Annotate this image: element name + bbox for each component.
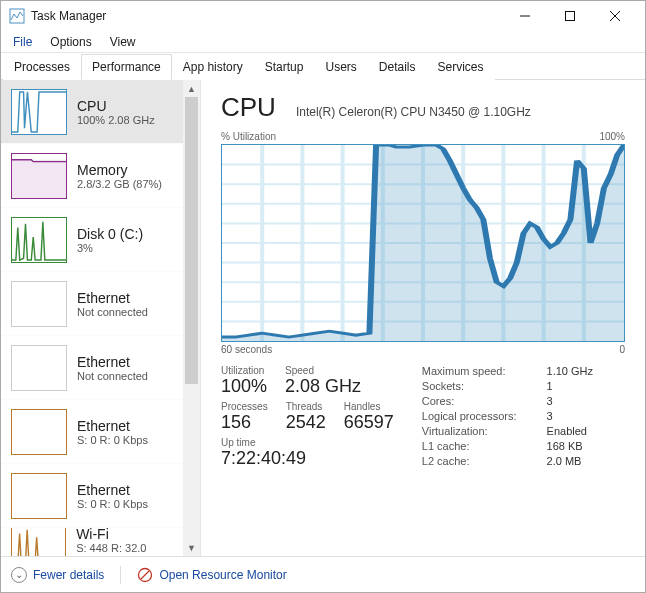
menu-view[interactable]: View	[102, 32, 144, 52]
l1-val: 168 KB	[547, 440, 593, 452]
ethernet-thumb-icon	[11, 473, 67, 519]
axis-label-utilization: % Utilization	[221, 131, 276, 142]
ethernet-thumb-icon	[11, 345, 67, 391]
svg-rect-0	[10, 9, 24, 23]
utilization-value: 100%	[221, 376, 267, 397]
threads-value: 2542	[286, 412, 326, 433]
open-resource-monitor-label: Open Resource Monitor	[159, 568, 286, 582]
svg-rect-5	[12, 159, 66, 197]
ethernet-thumb-icon	[11, 281, 67, 327]
sidebar-eth4-title: Ethernet	[77, 482, 148, 498]
fewer-details-label: Fewer details	[33, 568, 104, 582]
main-panel: CPU Intel(R) Celeron(R) CPU N3450 @ 1.10…	[201, 80, 645, 556]
open-resource-monitor-link[interactable]: Open Resource Monitor	[137, 567, 286, 583]
speed-value: 2.08 GHz	[285, 376, 361, 397]
axis-label-60s: 60 seconds	[221, 344, 272, 355]
sidebar-eth1-title: Ethernet	[77, 290, 148, 306]
l2-val: 2.0 MB	[547, 455, 593, 467]
tab-users[interactable]: Users	[314, 54, 367, 80]
ethernet-thumb-icon	[11, 409, 67, 455]
uptime-label: Up time	[221, 437, 394, 448]
handles-label: Handles	[344, 401, 394, 412]
footer: ⌄ Fewer details Open Resource Monitor	[1, 556, 645, 592]
uptime-value: 7:22:40:49	[221, 448, 394, 469]
minimize-button[interactable]	[502, 1, 547, 31]
tab-app-history[interactable]: App history	[172, 54, 254, 80]
menu-options[interactable]: Options	[42, 32, 99, 52]
tab-strip: Processes Performance App history Startu…	[1, 53, 645, 80]
sidebar-item-memory[interactable]: Memory2.8/3.2 GB (87%)	[1, 144, 183, 208]
sidebar-memory-sub: 2.8/3.2 GB (87%)	[77, 178, 162, 190]
sidebar-item-eth-3[interactable]: EthernetS: 0 R: 0 Kbps	[1, 400, 183, 464]
sockets-key: Sockets:	[422, 380, 517, 392]
sidebar-item-eth-1[interactable]: EthernetNot connected	[1, 272, 183, 336]
processes-label: Processes	[221, 401, 268, 412]
page-title: CPU	[221, 92, 276, 123]
speed-label: Speed	[285, 365, 361, 376]
sidebar-eth2-sub: Not connected	[77, 370, 148, 382]
sidebar-item-eth-4[interactable]: EthernetS: 0 R: 0 Kbps	[1, 464, 183, 528]
divider	[120, 566, 121, 584]
handles-value: 66597	[344, 412, 394, 433]
virt-key: Virtualization:	[422, 425, 517, 437]
maxspeed-val: 1.10 GHz	[547, 365, 593, 377]
sidebar-cpu-title: CPU	[77, 98, 155, 114]
resource-monitor-icon	[137, 567, 153, 583]
scroll-down-button[interactable]: ▼	[183, 539, 200, 556]
svg-line-25	[141, 571, 149, 579]
scroll-track[interactable]	[183, 97, 200, 539]
sidebar-eth4-sub: S: 0 R: 0 Kbps	[77, 498, 148, 510]
utilization-label: Utilization	[221, 365, 267, 376]
cpu-thumb-icon	[11, 89, 67, 135]
sidebar-item-eth-2[interactable]: EthernetNot connected	[1, 336, 183, 400]
sidebar-item-disk[interactable]: Disk 0 (C:)3%	[1, 208, 183, 272]
virt-val: Enabled	[547, 425, 593, 437]
l2-key: L2 cache:	[422, 455, 517, 467]
logical-val: 3	[547, 410, 593, 422]
axis-label-0: 0	[619, 344, 625, 355]
l1-key: L1 cache:	[422, 440, 517, 452]
maximize-button[interactable]	[547, 1, 592, 31]
sidebar-eth3-sub: S: 0 R: 0 Kbps	[77, 434, 148, 446]
cpu-chart	[221, 144, 625, 342]
sidebar-item-cpu[interactable]: CPU100% 2.08 GHz	[1, 80, 183, 144]
scroll-up-button[interactable]: ▲	[183, 80, 200, 97]
scroll-thumb[interactable]	[185, 97, 198, 384]
cores-val: 3	[547, 395, 593, 407]
cpu-name: Intel(R) Celeron(R) CPU N3450 @ 1.10GHz	[296, 105, 531, 119]
sidebar-memory-title: Memory	[77, 162, 162, 178]
sidebar-item-wifi[interactable]: Wi-FiS: 448 R: 32.0 Kbps	[1, 528, 183, 556]
sidebar-scrollbar[interactable]: ▲ ▼	[183, 80, 200, 556]
window-title: Task Manager	[31, 9, 502, 23]
disk-thumb-icon	[11, 217, 67, 263]
sidebar: CPU100% 2.08 GHz Memory2.8/3.2 GB (87%) …	[1, 80, 201, 556]
wifi-thumb-icon	[11, 528, 66, 556]
tab-performance[interactable]: Performance	[81, 54, 172, 80]
tab-startup[interactable]: Startup	[254, 54, 315, 80]
menu-file[interactable]: File	[5, 32, 40, 52]
tab-services[interactable]: Services	[427, 54, 495, 80]
app-icon	[9, 8, 25, 24]
sidebar-disk-sub: 3%	[77, 242, 143, 254]
sidebar-eth2-title: Ethernet	[77, 354, 148, 370]
svg-rect-2	[565, 12, 574, 21]
sockets-val: 1	[547, 380, 593, 392]
cores-key: Cores:	[422, 395, 517, 407]
maxspeed-key: Maximum speed:	[422, 365, 517, 377]
tab-details[interactable]: Details	[368, 54, 427, 80]
logical-key: Logical processors:	[422, 410, 517, 422]
title-bar: Task Manager	[1, 1, 645, 31]
axis-label-100pct: 100%	[599, 131, 625, 142]
sidebar-cpu-sub: 100% 2.08 GHz	[77, 114, 155, 126]
close-button[interactable]	[592, 1, 637, 31]
threads-label: Threads	[286, 401, 326, 412]
menu-bar: File Options View	[1, 31, 645, 53]
sidebar-eth1-sub: Not connected	[77, 306, 148, 318]
processes-value: 156	[221, 412, 268, 433]
fewer-details-button[interactable]: ⌄ Fewer details	[11, 567, 104, 583]
sidebar-wifi-sub: S: 448 R: 32.0 Kbps	[76, 542, 173, 557]
sidebar-disk-title: Disk 0 (C:)	[77, 226, 143, 242]
memory-thumb-icon	[11, 153, 67, 199]
sidebar-wifi-title: Wi-Fi	[76, 528, 173, 542]
tab-processes[interactable]: Processes	[3, 54, 81, 80]
